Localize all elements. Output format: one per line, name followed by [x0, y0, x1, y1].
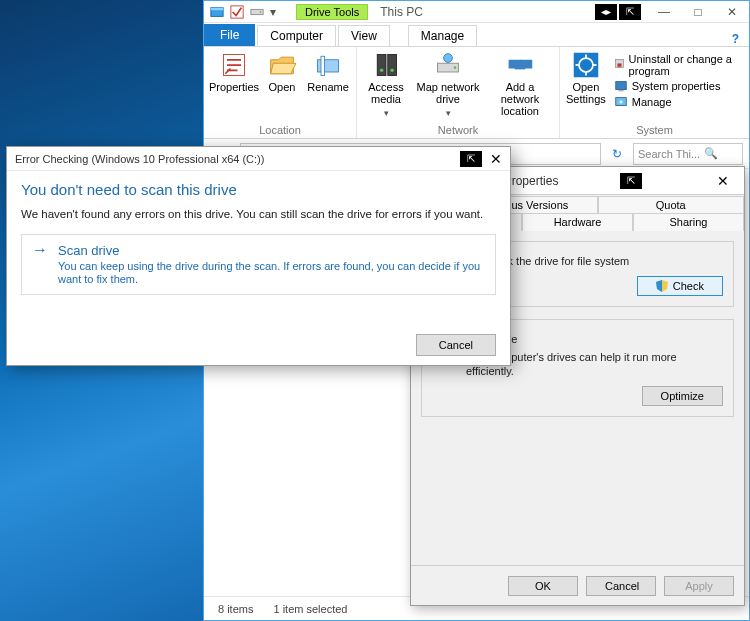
search-placeholder: Search Thi... — [638, 148, 700, 160]
errchk-heading: You don't need to scan this drive — [21, 181, 496, 198]
svg-rect-26 — [618, 90, 623, 91]
add-network-location-button[interactable]: Add a network location — [487, 51, 553, 119]
errchk-message: We haven't found any errors on this driv… — [21, 208, 496, 220]
scan-drive-title: Scan drive — [58, 243, 485, 258]
qat-dropdown-icon[interactable]: ▾ — [270, 5, 276, 19]
quick-access-toolbar: ▾ — [204, 5, 276, 19]
ribbon-group-network: Access media ▾ Map network drive ▾ Add a… — [357, 47, 560, 138]
group-location-label: Location — [210, 124, 350, 136]
properties-footer: OK Cancel Apply — [411, 565, 744, 605]
tab-hardware[interactable]: Hardware — [522, 213, 633, 231]
props-cancel-button[interactable]: Cancel — [586, 576, 656, 596]
open-label: Open — [269, 81, 296, 93]
svg-point-13 — [454, 66, 457, 69]
search-icon: 🔍 — [704, 147, 718, 160]
errchk-title: Error Checking (Windows 10 Professional … — [15, 153, 264, 165]
errchk-footer: Cancel — [7, 325, 510, 365]
tab-view[interactable]: View — [338, 25, 390, 46]
svg-point-11 — [390, 69, 394, 73]
window-controls: — □ ✕ — [647, 1, 749, 23]
tab-computer[interactable]: Computer — [257, 25, 336, 46]
tab-sharing[interactable]: Sharing — [633, 213, 744, 231]
svg-rect-9 — [388, 55, 397, 76]
explorer-icon — [210, 5, 224, 19]
ribbon-tabs: File Computer View Manage ? — [204, 23, 749, 47]
group-network-label: Network — [363, 124, 553, 136]
uninstall-label: Uninstall or change a program — [629, 53, 743, 77]
manage-label: Manage — [632, 96, 672, 108]
map-network-drive-label: Map network drive — [415, 81, 481, 105]
errchk-close-button[interactable]: ✕ — [490, 151, 502, 167]
explorer-titlebar: ▾ Drive Tools This PC ◂▸ ⇱ — □ ✕ — [204, 1, 749, 23]
errchk-title-black-btn[interactable]: ⇱ — [460, 151, 482, 167]
system-properties-label: System properties — [632, 80, 721, 92]
errchk-body: You don't need to scan this drive We hav… — [7, 171, 510, 325]
minimize-button[interactable]: — — [647, 1, 681, 23]
status-selected: 1 item selected — [273, 603, 347, 615]
title-black-btn-1[interactable]: ◂▸ — [595, 4, 617, 20]
title-black-btn-2[interactable]: ⇱ — [619, 4, 641, 20]
close-button[interactable]: ✕ — [715, 1, 749, 23]
props-title-black-btn[interactable]: ⇱ — [620, 173, 642, 189]
access-media-button[interactable]: Access media ▾ — [363, 51, 409, 119]
status-items: 8 items — [218, 603, 253, 615]
contextual-tab-drive-tools[interactable]: Drive Tools — [296, 4, 368, 20]
svg-point-10 — [380, 69, 384, 73]
group-system-label: System — [566, 124, 743, 136]
ribbon-group-system: Open Settings Uninstall or change a prog… — [560, 47, 749, 138]
optimize-label: Optimize — [661, 390, 704, 402]
open-settings-label: Open Settings — [566, 81, 606, 105]
svg-point-4 — [260, 11, 262, 13]
ribbon: Properties Open Rename Location Access m… — [204, 47, 749, 139]
system-properties-button[interactable]: System properties — [614, 79, 743, 93]
maximize-button[interactable]: □ — [681, 1, 715, 23]
error-checking-dialog: Error Checking (Windows 10 Professional … — [6, 146, 511, 366]
open-button[interactable]: Open — [264, 51, 300, 93]
optimize-button[interactable]: Optimize — [642, 386, 723, 406]
props-apply-button[interactable]: Apply — [664, 576, 734, 596]
check-label: Check — [673, 280, 704, 292]
svg-rect-16 — [520, 60, 532, 69]
errchk-titlebar: Error Checking (Windows 10 Professional … — [7, 147, 510, 171]
properties-label: Properties — [209, 81, 259, 93]
rename-label: Rename — [307, 81, 349, 93]
svg-rect-24 — [617, 63, 621, 66]
svg-rect-15 — [509, 60, 521, 69]
ribbon-group-location: Properties Open Rename Location — [204, 47, 357, 138]
check-button[interactable]: Check — [637, 276, 723, 296]
access-media-label: Access media — [363, 81, 409, 105]
svg-point-14 — [444, 54, 453, 63]
properties-button[interactable]: Properties — [210, 51, 258, 93]
svg-rect-7 — [321, 56, 325, 75]
search-box[interactable]: Search Thi... 🔍 — [633, 143, 743, 165]
uninstall-program-button[interactable]: Uninstall or change a program — [614, 53, 743, 77]
drive-icon[interactable] — [250, 5, 264, 19]
open-settings-button[interactable]: Open Settings — [566, 51, 606, 109]
svg-rect-8 — [377, 55, 386, 76]
tab-manage[interactable]: Manage — [408, 25, 477, 46]
arrow-right-icon: → — [32, 243, 48, 286]
scan-drive-subtitle: You can keep using the drive during the … — [58, 260, 485, 286]
svg-rect-1 — [211, 7, 223, 10]
tab-file[interactable]: File — [204, 24, 255, 46]
scan-drive-command[interactable]: → Scan drive You can keep using the driv… — [21, 234, 496, 295]
properties-close-button[interactable]: ✕ — [708, 173, 738, 189]
svg-rect-25 — [616, 82, 627, 90]
tab-quota[interactable]: Quota — [598, 196, 745, 213]
add-network-location-label: Add a network location — [487, 81, 553, 117]
map-network-drive-button[interactable]: Map network drive ▾ — [415, 51, 481, 119]
errchk-cancel-button[interactable]: Cancel — [416, 334, 496, 356]
manage-button[interactable]: Manage — [614, 95, 743, 109]
title-extra-buttons: ◂▸ ⇱ — [593, 4, 641, 20]
refresh-button[interactable]: ↻ — [607, 147, 627, 161]
checkbox-icon[interactable] — [230, 5, 244, 19]
help-icon[interactable]: ? — [732, 32, 739, 46]
rename-button[interactable]: Rename — [306, 51, 350, 93]
props-ok-button[interactable]: OK — [508, 576, 578, 596]
window-title: This PC — [372, 3, 431, 21]
shield-icon — [656, 280, 668, 292]
